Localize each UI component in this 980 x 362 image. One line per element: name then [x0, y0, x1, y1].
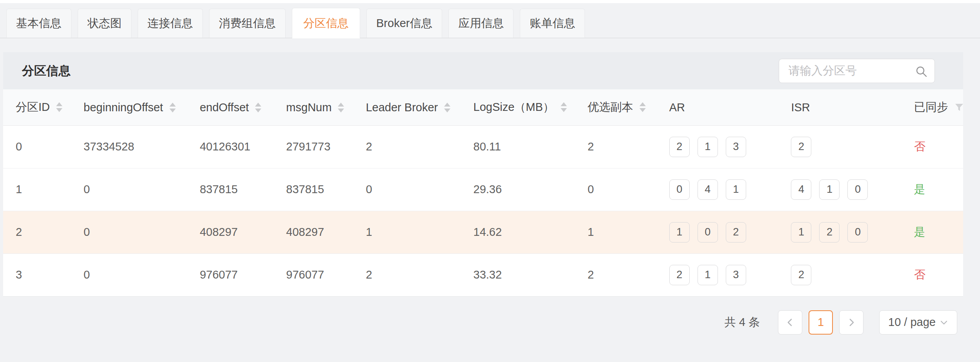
column-header-msg_num[interactable]: msgNum — [277, 89, 356, 125]
tab-6[interactable]: 应用信息 — [448, 9, 514, 38]
synced-status: 是 — [914, 226, 925, 238]
cell-ar: 213 — [660, 253, 782, 296]
synced-status: 是 — [914, 183, 925, 195]
cell-synced: 否 — [905, 125, 963, 168]
cell-isr: 410 — [781, 168, 904, 211]
column-label: 分区ID — [16, 101, 50, 113]
cell-value: 29.36 — [474, 183, 502, 195]
tab-0[interactable]: 基本信息 — [6, 9, 71, 38]
sort-carets-icon[interactable] — [255, 103, 261, 112]
sort-carets-icon[interactable] — [169, 103, 176, 112]
cell-preferred_replica: 2 — [578, 125, 660, 168]
cell-ar: 041 — [660, 168, 782, 211]
search-input[interactable] — [779, 59, 935, 83]
page-size-select[interactable]: 10 / page — [879, 310, 957, 335]
sort-down-caret-icon — [639, 108, 646, 112]
cell-value: 976077 — [286, 268, 324, 281]
sort-up-caret-icon — [338, 103, 344, 107]
column-label: AR — [669, 101, 685, 114]
cell-value: 1 — [588, 226, 594, 238]
cell-value: 2 — [366, 268, 372, 281]
column-label: LogSize（MB） — [474, 101, 554, 113]
sort-up-caret-icon — [444, 103, 450, 107]
chevron-left-icon — [786, 318, 794, 327]
tab-3[interactable]: 消费组信息 — [209, 9, 286, 38]
tab-4-active[interactable]: 分区信息 — [292, 8, 360, 38]
chevron-right-icon — [847, 318, 856, 327]
column-header-end_offset[interactable]: endOffset — [190, 89, 277, 125]
cell-value: 14.62 — [474, 226, 502, 238]
cell-ar: 102 — [660, 211, 782, 253]
replica-tag: 1 — [791, 222, 811, 243]
replica-tag: 1 — [819, 179, 840, 200]
cell-isr: 2 — [781, 125, 904, 168]
sort-up-caret-icon — [561, 102, 567, 106]
page-size-label: 10 / page — [888, 316, 936, 329]
replica-tag: 2 — [791, 265, 811, 285]
partition-table: 分区ID beginningOffset endOffset msgNum Le… — [3, 89, 963, 297]
cell-value: 837815 — [200, 183, 238, 195]
sort-down-caret-icon — [56, 108, 62, 112]
column-label: beginningOffset — [84, 101, 163, 114]
tab-1[interactable]: 状态图 — [78, 9, 131, 38]
column-header-partition_id[interactable]: 分区ID — [3, 89, 74, 125]
cell-value: 2 — [588, 140, 594, 153]
cell-log_size_mb: 33.32 — [464, 253, 578, 296]
cell-partition_id: 0 — [3, 125, 74, 168]
cell-value: 0 — [366, 183, 372, 195]
cell-msg_num: 408297 — [277, 211, 356, 253]
cell-msg_num: 2791773 — [277, 125, 356, 168]
table-header-row: 分区ID beginningOffset endOffset msgNum Le… — [3, 89, 963, 125]
column-header-synced[interactable]: 已同步 — [905, 89, 963, 125]
pagination-page-1[interactable]: 1 — [809, 310, 833, 335]
partition-info-card: 分区信息 分区ID beginningOffset endOffset msgN… — [3, 52, 963, 297]
table-row-partition-2: 20408297408297114.621102120是 — [3, 211, 963, 253]
sort-carets-icon[interactable] — [338, 103, 344, 112]
sort-carets-icon[interactable] — [56, 102, 62, 112]
cell-value: 37334528 — [84, 140, 134, 153]
tab-bar: 基本信息状态图连接信息消费组信息分区信息Broker信息应用信息账单信息 — [0, 3, 980, 38]
column-header-preferred_replica[interactable]: 优选副本 — [578, 89, 660, 125]
chevron-down-icon — [940, 318, 948, 327]
tab-label: 基本信息 — [16, 16, 62, 31]
column-label: ISR — [791, 101, 810, 114]
cell-isr: 2 — [781, 253, 904, 296]
search-icon[interactable] — [915, 65, 927, 77]
replica-tag: 3 — [726, 265, 746, 285]
pagination-prev-button[interactable] — [778, 310, 802, 335]
replica-tag: 2 — [819, 222, 840, 243]
pagination-next-button[interactable] — [839, 310, 863, 335]
cell-value: 408297 — [200, 226, 238, 238]
cell-beginning_offset: 37334528 — [74, 125, 190, 168]
replica-tag: 1 — [698, 137, 718, 157]
cell-end_offset: 40126301 — [190, 125, 277, 168]
cell-leader_broker: 0 — [356, 168, 464, 211]
cell-preferred_replica: 2 — [578, 253, 660, 296]
tab-7[interactable]: 账单信息 — [520, 9, 585, 38]
top-strip — [0, 0, 980, 3]
sort-down-caret-icon — [561, 108, 567, 112]
column-header-beginning_offset[interactable]: beginningOffset — [74, 89, 190, 125]
column-header-leader_broker[interactable]: Leader Broker — [356, 89, 464, 125]
filter-funnel-icon[interactable] — [954, 103, 964, 112]
sort-carets-icon[interactable] — [561, 102, 567, 112]
replica-tag: 2 — [669, 265, 690, 285]
sort-carets-icon[interactable] — [639, 102, 646, 112]
sort-up-caret-icon — [255, 103, 261, 107]
synced-status: 否 — [914, 268, 925, 281]
partition-search — [779, 59, 935, 83]
sort-up-caret-icon — [56, 102, 62, 106]
sort-carets-icon[interactable] — [444, 103, 450, 112]
tab-5[interactable]: Broker信息 — [366, 9, 442, 38]
column-header-log_size_mb[interactable]: LogSize（MB） — [464, 89, 578, 125]
column-header-ar: AR — [660, 89, 782, 125]
tab-2[interactable]: 连接信息 — [138, 9, 203, 38]
cell-partition_id: 2 — [3, 211, 74, 253]
cell-leader_broker: 2 — [356, 253, 464, 296]
sort-down-caret-icon — [338, 109, 344, 112]
cell-log_size_mb: 80.11 — [464, 125, 578, 168]
tab-label: 分区信息 — [303, 16, 349, 31]
replica-tag: 2 — [669, 137, 690, 157]
replica-tag: 3 — [726, 137, 746, 157]
cell-leader_broker: 1 — [356, 211, 464, 253]
